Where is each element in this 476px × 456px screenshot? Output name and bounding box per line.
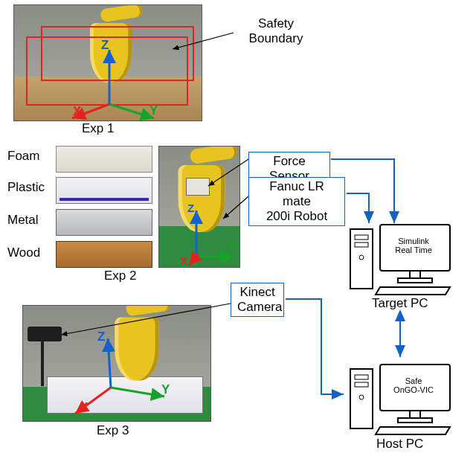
axis-x-label: X — [80, 400, 88, 415]
material-strip-wood — [56, 241, 152, 268]
svg-rect-22 — [410, 411, 420, 418]
desktop-icon — [346, 354, 457, 436]
exp1-caption: Exp 1 — [82, 121, 114, 136]
material-strip-plastic — [56, 177, 152, 204]
host-pc-label: Host PC — [376, 437, 423, 452]
axis-x-label: X — [73, 104, 81, 119]
target-pc-screen-text: Simulink Real Time — [384, 237, 443, 254]
material-label-wood: Wood — [7, 245, 40, 260]
svg-rect-15 — [410, 271, 420, 278]
svg-line-9 — [108, 338, 111, 388]
svg-line-1 — [109, 104, 154, 118]
host-pc: Safe OnGO-VIC — [342, 354, 461, 436]
svg-rect-23 — [398, 418, 432, 423]
material-label-metal: Metal — [7, 213, 39, 228]
exp3-axes — [23, 306, 211, 422]
exp3-photo: X Y Z — [22, 305, 211, 422]
material-strip-metal — [56, 209, 152, 236]
exp3-caption: Exp 3 — [97, 423, 129, 438]
svg-rect-16 — [398, 278, 432, 283]
kinect-annotation: Kinect Camera — [231, 283, 284, 317]
axis-y-label: Y — [149, 103, 158, 118]
svg-point-6 — [193, 254, 199, 260]
material-label-plastic: Plastic — [7, 180, 45, 195]
safety-boundary-annotation: Safety Boundary — [235, 15, 317, 48]
target-pc-label: Target PC — [372, 296, 428, 311]
axis-z-label: Z — [101, 38, 109, 53]
exp1-axes — [14, 5, 202, 121]
axis-y-label: Y — [161, 382, 170, 397]
axis-z-label: Z — [187, 202, 194, 214]
exp1-photo: X Y Z — [13, 4, 202, 121]
svg-rect-17 — [350, 369, 373, 428]
axis-x-label: X — [180, 254, 187, 267]
material-strip-foam — [56, 146, 152, 173]
target-pc: Simulink Real Time — [342, 214, 461, 296]
desktop-icon — [346, 214, 457, 296]
svg-rect-10 — [350, 229, 373, 289]
robot-model-annotation: Fanuc LR mate 200i Robot — [248, 177, 345, 226]
exp2-caption: Exp 2 — [104, 269, 136, 283]
host-pc-screen-text: Safe OnGO-VIC — [384, 376, 443, 394]
exp2-photo: X Y Z — [158, 146, 240, 268]
axis-z-label: Z — [97, 330, 105, 344]
material-label-foam: Foam — [7, 149, 39, 164]
axis-y-label: Y — [228, 240, 235, 252]
svg-line-8 — [111, 388, 164, 396]
